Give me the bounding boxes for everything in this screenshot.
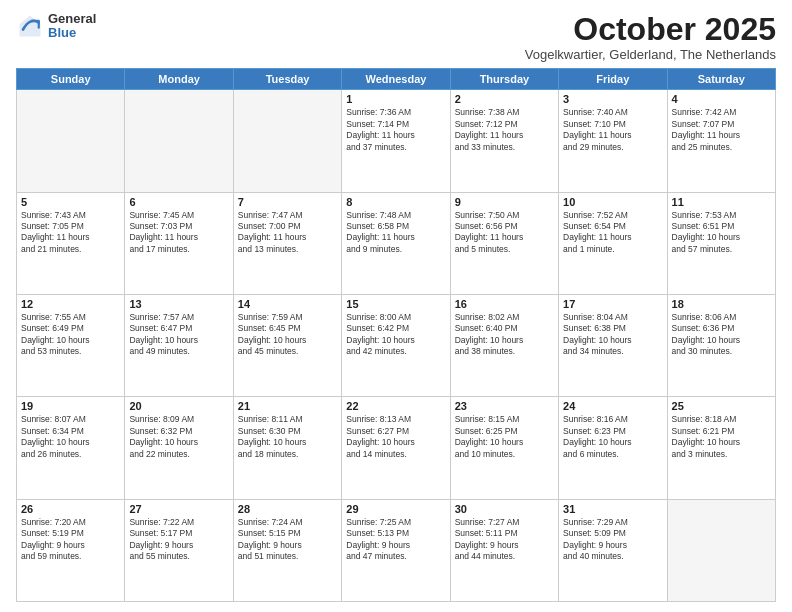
header: General Blue October 2025 Vogelkwartier,…: [16, 12, 776, 62]
calendar-cell: 25Sunrise: 8:18 AM Sunset: 6:21 PM Dayli…: [667, 397, 775, 499]
location-subtitle: Vogelkwartier, Gelderland, The Netherlan…: [525, 47, 776, 62]
day-info: Sunrise: 7:40 AM Sunset: 7:10 PM Dayligh…: [563, 107, 662, 153]
day-number: 21: [238, 400, 337, 412]
day-number: 6: [129, 196, 228, 208]
calendar-week-row: 5Sunrise: 7:43 AM Sunset: 7:05 PM Daylig…: [17, 192, 776, 294]
calendar-cell: 21Sunrise: 8:11 AM Sunset: 6:30 PM Dayli…: [233, 397, 341, 499]
day-number: 17: [563, 298, 662, 310]
calendar-cell: 30Sunrise: 7:27 AM Sunset: 5:11 PM Dayli…: [450, 499, 558, 601]
day-info: Sunrise: 8:06 AM Sunset: 6:36 PM Dayligh…: [672, 312, 771, 358]
day-number: 31: [563, 503, 662, 515]
calendar-cell: [125, 90, 233, 192]
day-info: Sunrise: 7:43 AM Sunset: 7:05 PM Dayligh…: [21, 210, 120, 256]
day-info: Sunrise: 8:16 AM Sunset: 6:23 PM Dayligh…: [563, 414, 662, 460]
day-info: Sunrise: 7:20 AM Sunset: 5:19 PM Dayligh…: [21, 517, 120, 563]
day-number: 19: [21, 400, 120, 412]
day-info: Sunrise: 8:04 AM Sunset: 6:38 PM Dayligh…: [563, 312, 662, 358]
day-info: Sunrise: 8:00 AM Sunset: 6:42 PM Dayligh…: [346, 312, 445, 358]
weekday-header: Saturday: [667, 69, 775, 90]
day-info: Sunrise: 7:27 AM Sunset: 5:11 PM Dayligh…: [455, 517, 554, 563]
calendar-cell: 17Sunrise: 8:04 AM Sunset: 6:38 PM Dayli…: [559, 294, 667, 396]
day-number: 23: [455, 400, 554, 412]
calendar-cell: 18Sunrise: 8:06 AM Sunset: 6:36 PM Dayli…: [667, 294, 775, 396]
day-info: Sunrise: 7:57 AM Sunset: 6:47 PM Dayligh…: [129, 312, 228, 358]
calendar-cell: [17, 90, 125, 192]
day-info: Sunrise: 7:29 AM Sunset: 5:09 PM Dayligh…: [563, 517, 662, 563]
calendar-cell: 11Sunrise: 7:53 AM Sunset: 6:51 PM Dayli…: [667, 192, 775, 294]
svg-marker-1: [20, 16, 41, 37]
calendar-cell: 3Sunrise: 7:40 AM Sunset: 7:10 PM Daylig…: [559, 90, 667, 192]
day-number: 9: [455, 196, 554, 208]
day-number: 25: [672, 400, 771, 412]
day-number: 11: [672, 196, 771, 208]
day-info: Sunrise: 8:09 AM Sunset: 6:32 PM Dayligh…: [129, 414, 228, 460]
day-info: Sunrise: 8:07 AM Sunset: 6:34 PM Dayligh…: [21, 414, 120, 460]
day-info: Sunrise: 7:50 AM Sunset: 6:56 PM Dayligh…: [455, 210, 554, 256]
day-number: 1: [346, 93, 445, 105]
day-number: 27: [129, 503, 228, 515]
day-info: Sunrise: 7:47 AM Sunset: 7:00 PM Dayligh…: [238, 210, 337, 256]
day-number: 13: [129, 298, 228, 310]
day-number: 2: [455, 93, 554, 105]
day-info: Sunrise: 7:55 AM Sunset: 6:49 PM Dayligh…: [21, 312, 120, 358]
day-info: Sunrise: 7:25 AM Sunset: 5:13 PM Dayligh…: [346, 517, 445, 563]
logo-text: General Blue: [48, 12, 96, 41]
calendar-week-row: 26Sunrise: 7:20 AM Sunset: 5:19 PM Dayli…: [17, 499, 776, 601]
page: General Blue October 2025 Vogelkwartier,…: [0, 0, 792, 612]
month-title: October 2025: [525, 12, 776, 47]
calendar-cell: 23Sunrise: 8:15 AM Sunset: 6:25 PM Dayli…: [450, 397, 558, 499]
day-info: Sunrise: 7:22 AM Sunset: 5:17 PM Dayligh…: [129, 517, 228, 563]
calendar-cell: 16Sunrise: 8:02 AM Sunset: 6:40 PM Dayli…: [450, 294, 558, 396]
day-number: 28: [238, 503, 337, 515]
day-info: Sunrise: 8:15 AM Sunset: 6:25 PM Dayligh…: [455, 414, 554, 460]
calendar-cell: 15Sunrise: 8:00 AM Sunset: 6:42 PM Dayli…: [342, 294, 450, 396]
calendar-cell: 29Sunrise: 7:25 AM Sunset: 5:13 PM Dayli…: [342, 499, 450, 601]
day-number: 20: [129, 400, 228, 412]
weekday-header: Friday: [559, 69, 667, 90]
weekday-header: Monday: [125, 69, 233, 90]
day-info: Sunrise: 7:24 AM Sunset: 5:15 PM Dayligh…: [238, 517, 337, 563]
calendar-cell: 4Sunrise: 7:42 AM Sunset: 7:07 PM Daylig…: [667, 90, 775, 192]
day-number: 10: [563, 196, 662, 208]
day-info: Sunrise: 8:18 AM Sunset: 6:21 PM Dayligh…: [672, 414, 771, 460]
day-number: 24: [563, 400, 662, 412]
day-number: 26: [21, 503, 120, 515]
calendar-cell: 13Sunrise: 7:57 AM Sunset: 6:47 PM Dayli…: [125, 294, 233, 396]
calendar-week-row: 12Sunrise: 7:55 AM Sunset: 6:49 PM Dayli…: [17, 294, 776, 396]
calendar-cell: 7Sunrise: 7:47 AM Sunset: 7:00 PM Daylig…: [233, 192, 341, 294]
calendar-cell: 27Sunrise: 7:22 AM Sunset: 5:17 PM Dayli…: [125, 499, 233, 601]
day-info: Sunrise: 7:48 AM Sunset: 6:58 PM Dayligh…: [346, 210, 445, 256]
day-info: Sunrise: 8:02 AM Sunset: 6:40 PM Dayligh…: [455, 312, 554, 358]
calendar-cell: 12Sunrise: 7:55 AM Sunset: 6:49 PM Dayli…: [17, 294, 125, 396]
calendar-cell: 22Sunrise: 8:13 AM Sunset: 6:27 PM Dayli…: [342, 397, 450, 499]
calendar-cell: 24Sunrise: 8:16 AM Sunset: 6:23 PM Dayli…: [559, 397, 667, 499]
calendar-cell: 20Sunrise: 8:09 AM Sunset: 6:32 PM Dayli…: [125, 397, 233, 499]
calendar-cell: 10Sunrise: 7:52 AM Sunset: 6:54 PM Dayli…: [559, 192, 667, 294]
calendar-cell: 9Sunrise: 7:50 AM Sunset: 6:56 PM Daylig…: [450, 192, 558, 294]
calendar-week-row: 1Sunrise: 7:36 AM Sunset: 7:14 PM Daylig…: [17, 90, 776, 192]
calendar-cell: 6Sunrise: 7:45 AM Sunset: 7:03 PM Daylig…: [125, 192, 233, 294]
day-info: Sunrise: 7:42 AM Sunset: 7:07 PM Dayligh…: [672, 107, 771, 153]
day-number: 15: [346, 298, 445, 310]
logo: General Blue: [16, 12, 96, 41]
day-info: Sunrise: 7:36 AM Sunset: 7:14 PM Dayligh…: [346, 107, 445, 153]
day-number: 7: [238, 196, 337, 208]
calendar-cell: 31Sunrise: 7:29 AM Sunset: 5:09 PM Dayli…: [559, 499, 667, 601]
day-number: 3: [563, 93, 662, 105]
day-info: Sunrise: 7:52 AM Sunset: 6:54 PM Dayligh…: [563, 210, 662, 256]
calendar-cell: 19Sunrise: 8:07 AM Sunset: 6:34 PM Dayli…: [17, 397, 125, 499]
day-number: 29: [346, 503, 445, 515]
day-number: 12: [21, 298, 120, 310]
calendar-cell: [233, 90, 341, 192]
weekday-header: Wednesday: [342, 69, 450, 90]
day-number: 4: [672, 93, 771, 105]
weekday-header: Tuesday: [233, 69, 341, 90]
calendar-cell: 1Sunrise: 7:36 AM Sunset: 7:14 PM Daylig…: [342, 90, 450, 192]
day-number: 5: [21, 196, 120, 208]
calendar-cell: 26Sunrise: 7:20 AM Sunset: 5:19 PM Dayli…: [17, 499, 125, 601]
logo-general: General: [48, 12, 96, 26]
day-number: 22: [346, 400, 445, 412]
calendar-cell: 8Sunrise: 7:48 AM Sunset: 6:58 PM Daylig…: [342, 192, 450, 294]
calendar-cell: [667, 499, 775, 601]
day-number: 30: [455, 503, 554, 515]
